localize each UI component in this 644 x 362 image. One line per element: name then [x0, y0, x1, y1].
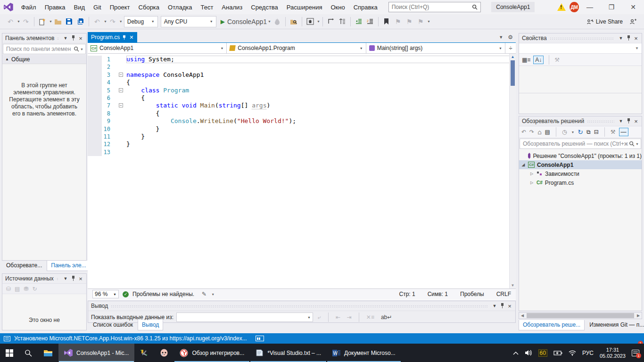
add-data-source-icon[interactable]: ⛁ — [6, 286, 11, 292]
forward-icon[interactable]: ↷ — [529, 129, 534, 135]
properties-wrench-icon[interactable]: ⚒ — [611, 129, 616, 135]
properties-titlebar[interactable]: Свойства ▼ × — [519, 33, 642, 43]
tree-item-Решение "ConsoleApp1" (проекты: 1 из 1)[interactable]: Решение "ConsoleApp1" (проекты: 1 из 1) — [519, 151, 642, 160]
scroll-up-icon[interactable]: ▲ — [510, 54, 516, 59]
solution-config-dropdown[interactable]: Debug▼ — [124, 16, 158, 27]
tab-Обозревате...[interactable]: Обозревате... — [2, 260, 46, 271]
close-icon[interactable]: × — [506, 303, 513, 310]
collapse-all-icon[interactable]: ⊟ — [594, 129, 599, 135]
scrollbar-thumb[interactable] — [527, 313, 634, 318]
close-icon[interactable]: × — [77, 35, 84, 42]
tab-Изменения Git — п...[interactable]: Изменения Git — п... — [585, 320, 644, 330]
tree-expander-icon[interactable]: ▷ — [529, 172, 534, 176]
code-line[interactable]: 12} — [88, 140, 516, 148]
code-line[interactable]: 10 } — [88, 125, 516, 133]
tab-Список ошибок[interactable]: Список ошибок — [89, 320, 137, 330]
menu-item-Справка[interactable]: Справка — [349, 0, 382, 14]
pin-icon[interactable] — [498, 303, 506, 309]
indentation-mode-indicator[interactable]: Пробелы — [460, 291, 484, 297]
menu-item-Вид[interactable]: Вид — [70, 0, 90, 14]
menu-item-Git[interactable]: Git — [89, 0, 106, 14]
redo-icon[interactable]: ↷ — [107, 16, 118, 27]
output-titlebar[interactable]: Вывод ▼ × — [88, 301, 515, 311]
close-tab-icon[interactable]: ✕ — [129, 34, 133, 41]
search-options-caret-icon[interactable]: ▼ — [636, 142, 639, 146]
minimize-button[interactable]: — — [579, 0, 601, 14]
taskbar-search-button[interactable] — [19, 344, 38, 362]
scroll-down-icon[interactable]: ▼ — [510, 283, 516, 288]
find-in-files-icon[interactable] — [289, 16, 299, 27]
editor-vertical-scrollbar[interactable]: ▲ ▼ — [509, 54, 516, 288]
back-icon[interactable]: ↶ — [521, 129, 526, 135]
save-all-icon[interactable] — [75, 16, 86, 27]
code-line[interactable]: 3−namespace ConsoleApp1 — [88, 71, 516, 79]
tab-Панель эле...[interactable]: Панель эле... — [47, 261, 90, 271]
nest-files-icon[interactable]: ⧉ — [586, 129, 591, 135]
account-avatar[interactable]: ДМ — [570, 2, 579, 12]
word-wrap-icon[interactable]: ab↵ — [379, 314, 394, 321]
menu-item-Расширения[interactable]: Расширения — [282, 0, 327, 14]
quick-search-box[interactable] — [388, 2, 481, 12]
refresh-icon[interactable]: ↻ — [578, 128, 583, 136]
taskbar-button-*Visual Studio.txt – ...[interactable]: *Visual Studio.txt – ... — [250, 344, 327, 362]
preview-selected-items-icon[interactable]: — — [619, 128, 628, 136]
toolbox-titlebar[interactable]: Панель элементов ▼ × — [2, 33, 86, 43]
collapse-region-icon[interactable]: − — [119, 103, 123, 107]
taskbar-button-ConsoleApp1 - Mic...[interactable]: ConsoleApp1 - Mic... — [58, 344, 134, 362]
data-sources-titlebar[interactable]: Источники данных ▼ × — [2, 274, 86, 284]
save-icon[interactable] — [64, 16, 74, 27]
live-share-button[interactable]: Live Share — [586, 18, 623, 25]
pin-icon[interactable] — [625, 35, 632, 41]
clear-all-icon[interactable]: ✕≡ — [364, 314, 376, 321]
zoom-dropdown[interactable]: 96 %▼ — [92, 290, 119, 298]
search-options-caret-icon[interactable]: ▼ — [80, 48, 83, 51]
window-position-icon[interactable]: ▼ — [491, 304, 498, 308]
collapse-region-icon[interactable]: − — [119, 73, 123, 77]
quick-search-input[interactable] — [392, 4, 472, 10]
code-line[interactable]: 6 { — [88, 94, 516, 102]
undo-caret-icon[interactable]: ▼ — [104, 20, 107, 23]
wifi-icon[interactable] — [569, 350, 576, 356]
editor-options-gear-icon[interactable]: ⚙ — [508, 34, 513, 41]
close-icon[interactable]: × — [77, 275, 84, 282]
menu-item-Проект[interactable]: Проект — [106, 0, 134, 14]
toolbar-overflow-icon[interactable]: ▼ — [427, 20, 430, 23]
navigate-back-icon[interactable]: ↶ — [5, 16, 16, 27]
fold-margin[interactable]: − — [118, 87, 126, 94]
toggle-header-icon[interactable] — [326, 16, 336, 27]
edit-data-source-icon[interactable]: ▤ — [15, 286, 20, 292]
navigate-back-caret-icon[interactable]: ▼ — [17, 20, 20, 23]
toolbox-search-box[interactable]: Поиск по панели элемен ▼ — [3, 44, 86, 54]
code-editor[interactable]: 1using System;23−namespace ConsoleApp14{… — [88, 54, 516, 288]
solution-search-box[interactable]: Обозреватель решений — поиск (Ctrl+ж ▼ — [520, 139, 641, 149]
bookmark-icon[interactable] — [381, 16, 392, 27]
open-file-icon[interactable] — [53, 16, 63, 27]
fold-margin[interactable]: − — [118, 71, 126, 79]
tree-item-Program.cs[interactable]: ▷C#Program.cs — [519, 178, 642, 187]
hot-reload-icon[interactable] — [272, 16, 282, 27]
menu-item-Окно[interactable]: Окно — [326, 0, 349, 14]
window-position-icon[interactable]: ▼ — [62, 276, 69, 281]
menu-item-Средства[interactable]: Средства — [247, 0, 282, 14]
switch-views-icon[interactable]: ▤ — [545, 129, 550, 135]
filter-caret-icon[interactable]: ▼ — [571, 131, 574, 134]
scroll-right-icon[interactable]: ▶ — [635, 313, 642, 318]
solution-explorer-titlebar[interactable]: Обозреватель решений ▼ × — [519, 116, 642, 126]
close-icon[interactable]: × — [632, 35, 640, 42]
pin-icon[interactable] — [625, 118, 632, 124]
code-cleanup-pen-icon[interactable]: ✎ — [202, 291, 206, 297]
new-project-icon[interactable] — [37, 16, 48, 27]
tree-item-ConsoleApp1[interactable]: ◢C#ConsoleApp1 — [519, 160, 642, 169]
solution-platform-dropdown[interactable]: Any CPU▼ — [161, 16, 216, 27]
decrease-indent-icon[interactable] — [354, 16, 364, 27]
tree-expander-icon[interactable]: ◢ — [521, 163, 526, 167]
code-line[interactable]: 13 — [88, 148, 516, 156]
tab-Обозреватель реше...[interactable]: Обозреватель реше... — [519, 320, 585, 330]
taskbar-button-isaac[interactable] — [154, 344, 174, 362]
volume-icon[interactable] — [525, 350, 532, 356]
clock[interactable]: 17:31 05.02.2023 — [600, 347, 626, 359]
pin-icon[interactable] — [69, 35, 77, 41]
pending-changes-filter-icon[interactable]: ◷ — [562, 129, 567, 135]
battery-charging-icon[interactable] — [553, 350, 562, 356]
previous-message-icon[interactable]: ⇤ — [334, 314, 342, 321]
